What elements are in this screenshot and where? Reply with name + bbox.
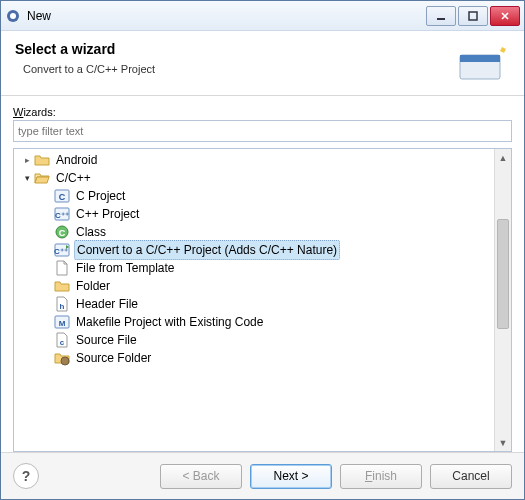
back-button[interactable]: < Back: [160, 464, 242, 489]
c-project-icon: [54, 188, 70, 204]
tree-item-label: Makefile Project with Existing Code: [74, 313, 265, 331]
window-controls: [426, 6, 520, 26]
tree-item-label: Folder: [74, 277, 112, 295]
tree-item-label: Convert to a C/C++ Project (Adds C/C++ N…: [74, 240, 340, 260]
tree-item[interactable]: Source File: [14, 331, 494, 349]
tree-item-label: Source File: [74, 331, 139, 349]
finish-button[interactable]: Finish: [340, 464, 422, 489]
maximize-button[interactable]: [458, 6, 488, 26]
tree-item-label: C++ Project: [74, 205, 141, 223]
tree-item-label: Header File: [74, 295, 140, 313]
cpp-convert-icon: [54, 242, 70, 258]
tree-item[interactable]: Class: [14, 223, 494, 241]
vertical-scrollbar[interactable]: ▲ ▼: [494, 149, 511, 451]
caret-expanded-icon[interactable]: ▾: [20, 169, 34, 187]
help-button[interactable]: ?: [13, 463, 39, 489]
tree-item[interactable]: Convert to a C/C++ Project (Adds C/C++ N…: [14, 241, 494, 259]
titlebar: New: [1, 1, 524, 31]
close-button[interactable]: [490, 6, 520, 26]
svg-rect-3: [469, 12, 477, 20]
tree-item-label: C Project: [74, 187, 127, 205]
tree-item[interactable]: C++ Project: [14, 205, 494, 223]
caret-collapsed-icon[interactable]: ▸: [20, 151, 34, 169]
wizard-banner-icon: [450, 41, 510, 81]
class-icon: [54, 224, 70, 240]
wizards-label: Wizards:: [13, 106, 512, 118]
tree-item[interactable]: ▾C/C++: [14, 169, 494, 187]
app-icon: [5, 8, 21, 24]
tree-item[interactable]: Header File: [14, 295, 494, 313]
tree-item[interactable]: File from Template: [14, 259, 494, 277]
scroll-thumb[interactable]: [497, 219, 509, 329]
makefile-icon: [54, 314, 70, 330]
cpp-project-icon: [54, 206, 70, 222]
tree-item[interactable]: ▸Android: [14, 151, 494, 169]
tree-item[interactable]: Folder: [14, 277, 494, 295]
scroll-down-arrow[interactable]: ▼: [495, 434, 511, 451]
filter-input[interactable]: [13, 120, 512, 142]
folder-closed-icon: [34, 152, 50, 168]
folder-open-icon: [34, 170, 50, 186]
page-subtitle: Convert to a C/C++ Project: [23, 63, 450, 75]
source-file-icon: [54, 332, 70, 348]
svg-rect-2: [437, 18, 445, 20]
tree-item-label: C/C++: [54, 169, 93, 187]
header-file-icon: [54, 296, 70, 312]
next-button[interactable]: Next >: [250, 464, 332, 489]
tree-item[interactable]: Makefile Project with Existing Code: [14, 313, 494, 331]
minimize-button[interactable]: [426, 6, 456, 26]
tree-item[interactable]: Source Folder: [14, 349, 494, 367]
svg-rect-8: [460, 55, 500, 62]
wizard-footer: ? < Back Next > Finish Cancel: [1, 452, 524, 499]
page-title: Select a wizard: [15, 41, 450, 57]
wizard-body: Wizards: ▸Android▾C/C++C ProjectC++ Proj…: [1, 96, 524, 452]
cancel-button[interactable]: Cancel: [430, 464, 512, 489]
scroll-up-arrow[interactable]: ▲: [495, 149, 511, 166]
tree-item-label: Class: [74, 223, 108, 241]
window-title: New: [27, 9, 426, 23]
svg-point-1: [10, 13, 16, 19]
dialog-window: New Select a wizard Convert to a C/C++ P…: [0, 0, 525, 500]
wizard-tree[interactable]: ▸Android▾C/C++C ProjectC++ ProjectClassC…: [14, 149, 494, 451]
tree-item-label: File from Template: [74, 259, 176, 277]
folder-closed-icon: [54, 278, 70, 294]
tree-container: ▸Android▾C/C++C ProjectC++ ProjectClassC…: [13, 148, 512, 452]
tree-item-label: Android: [54, 151, 99, 169]
tree-item[interactable]: C Project: [14, 187, 494, 205]
tree-item-label: Source Folder: [74, 349, 153, 367]
wizard-header: Select a wizard Convert to a C/C++ Proje…: [1, 31, 524, 96]
source-folder-icon: [54, 350, 70, 366]
file-template-icon: [54, 260, 70, 276]
svg-marker-6: [500, 47, 506, 53]
